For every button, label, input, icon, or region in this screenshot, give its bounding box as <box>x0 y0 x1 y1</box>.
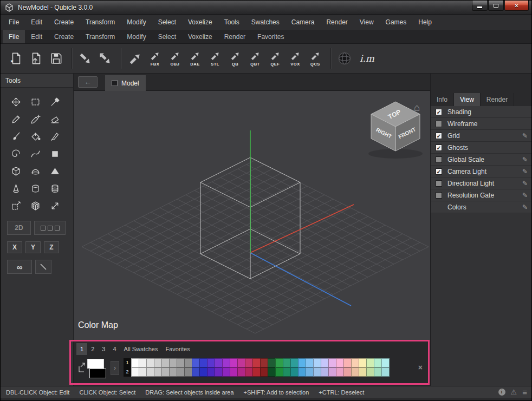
import-merge-button[interactable] <box>96 46 115 71</box>
import-button[interactable] <box>76 46 95 71</box>
palette-tab-2[interactable]: 2 <box>87 343 98 355</box>
color-swatch[interactable] <box>298 367 306 377</box>
menu-view[interactable]: View <box>354 15 380 30</box>
color-swatch[interactable] <box>245 367 253 377</box>
color-swatch[interactable] <box>192 367 200 377</box>
axis-y-button[interactable]: Y <box>25 241 41 253</box>
option-resolution-gate[interactable]: Resolution Gate✎ <box>431 189 532 201</box>
color-swatch[interactable] <box>260 367 268 377</box>
checkbox-grid[interactable]: ✓ <box>436 133 442 139</box>
color-swatch[interactable] <box>131 358 139 367</box>
color-swatch[interactable] <box>146 358 154 367</box>
restore-button[interactable] <box>488 1 504 11</box>
option-shading[interactable]: ✓Shading <box>431 106 532 118</box>
color-swatch[interactable] <box>161 358 170 367</box>
color-swatch[interactable] <box>154 358 162 367</box>
color-swatch[interactable] <box>313 358 321 367</box>
color-swatch[interactable] <box>184 358 192 367</box>
wand-select-tool[interactable] <box>6 197 25 214</box>
menu-render[interactable]: Render <box>320 15 353 30</box>
color-swatch[interactable] <box>199 367 207 377</box>
pencil-add-tool[interactable] <box>25 110 45 128</box>
color-swatch[interactable] <box>336 367 344 377</box>
color-swatch[interactable] <box>169 358 177 367</box>
color-swatch[interactable] <box>169 367 177 377</box>
color-swatch[interactable] <box>328 358 336 367</box>
color-swatch[interactable] <box>131 367 139 377</box>
submenu-modify[interactable]: Modify <box>121 30 152 43</box>
back-button[interactable]: ← <box>78 76 98 88</box>
palette-tab-3[interactable]: 3 <box>98 343 109 355</box>
rectangle-tool[interactable] <box>45 145 64 162</box>
checkbox-global-scale[interactable] <box>436 156 442 163</box>
im-logo[interactable]: i.m <box>355 53 379 64</box>
info-icon[interactable]: i <box>498 389 505 396</box>
option-global-scale[interactable]: Global Scale✎ <box>431 154 532 166</box>
export-dae-button[interactable]: DAE <box>186 46 204 71</box>
edit-icon[interactable]: ✎ <box>522 132 528 140</box>
menu-voxelize[interactable]: Voxelize <box>182 15 218 30</box>
submenu-edit[interactable]: Edit <box>25 30 48 43</box>
menu-transform[interactable]: Transform <box>80 15 121 30</box>
palette-tab-1[interactable]: 1 <box>76 343 87 355</box>
tab-view[interactable]: View <box>454 93 481 106</box>
menu-help[interactable]: Help <box>412 15 438 30</box>
sphere-button[interactable] <box>335 46 354 71</box>
color-swatch[interactable] <box>154 367 162 377</box>
color-swatch[interactable] <box>268 358 276 367</box>
option-camera-light[interactable]: ✓Camera Light✎ <box>431 166 532 178</box>
color-swatch[interactable] <box>359 367 367 377</box>
color-swatch[interactable] <box>328 367 336 377</box>
color-swatch[interactable] <box>139 358 147 367</box>
color-swatch[interactable] <box>260 358 268 367</box>
menu-camera[interactable]: Camera <box>286 15 321 30</box>
color-swatch[interactable] <box>275 367 283 377</box>
minimize-button[interactable] <box>472 1 488 11</box>
option-directional-light[interactable]: Directional Light✎ <box>431 178 532 189</box>
mode-2d-button[interactable]: 2D <box>7 221 31 235</box>
color-picker-tool[interactable] <box>45 93 64 110</box>
edit-icon[interactable]: ✎ <box>522 203 528 211</box>
export-colors-icon[interactable] <box>77 361 86 374</box>
menu-tools[interactable]: Tools <box>218 15 245 30</box>
submenu-transform[interactable]: Transform <box>80 30 121 43</box>
edit-icon[interactable]: ✎ <box>522 156 528 163</box>
pyramid-tool[interactable] <box>45 162 64 180</box>
viewport-canvas[interactable]: TOP RIGHT FRONT ⌂ <box>74 91 430 341</box>
brush-tool[interactable] <box>6 128 25 145</box>
export-qbt-button[interactable]: QBT <box>246 46 264 71</box>
swirl-tool[interactable] <box>6 145 25 162</box>
dome-tool[interactable] <box>25 162 45 180</box>
palette-tab-all-swatches[interactable]: All Swatches <box>120 343 162 355</box>
curve-tool[interactable] <box>25 145 45 162</box>
checkbox-shading[interactable]: ✓ <box>436 109 442 115</box>
export-qef-button[interactable]: QEF <box>266 46 284 71</box>
option-wireframe[interactable]: Wireframe <box>431 118 532 130</box>
color-swatch[interactable] <box>306 367 314 377</box>
submenu-voxelize[interactable]: Voxelize <box>182 30 218 43</box>
submenu-select[interactable]: Select <box>152 30 182 43</box>
home-icon[interactable]: ⌂ <box>414 102 420 113</box>
color-swatch[interactable] <box>146 367 154 377</box>
rectangle-select-tool[interactable] <box>25 93 45 110</box>
move-tool[interactable] <box>6 93 25 110</box>
color-swatch[interactable] <box>275 358 283 367</box>
option-ghosts[interactable]: ✓Ghosts <box>431 142 532 154</box>
submenu-favorites[interactable]: Favorites <box>251 30 290 43</box>
color-swatch[interactable] <box>245 358 253 367</box>
line-mode-button[interactable] <box>35 260 51 274</box>
checkbox-directional-light[interactable] <box>436 180 442 187</box>
color-swatch[interactable] <box>290 367 299 377</box>
color-swatch[interactable] <box>321 358 329 367</box>
cylinder-tool[interactable] <box>25 180 45 197</box>
new-file-button[interactable]: * <box>7 46 25 71</box>
color-swatch[interactable] <box>374 358 382 367</box>
color-swatch[interactable] <box>192 358 200 367</box>
knife-tool[interactable] <box>45 128 64 145</box>
export-button[interactable] <box>126 46 144 71</box>
submenu-file[interactable]: File <box>3 30 25 43</box>
color-swatch[interactable] <box>283 367 291 377</box>
option-grid[interactable]: ✓Grid✎ <box>431 130 532 142</box>
eraser-tool[interactable] <box>45 110 64 128</box>
export-qcs-button[interactable]: QCS <box>306 46 325 71</box>
